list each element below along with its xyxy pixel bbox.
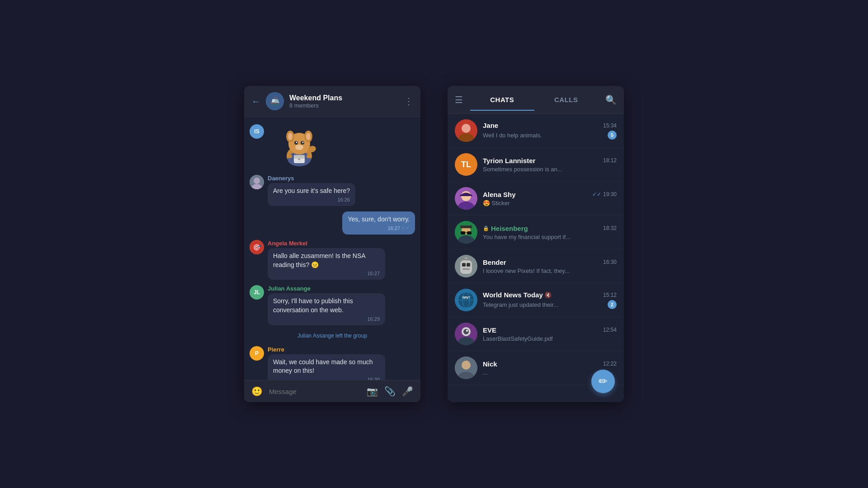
message-content-own: Yes, sure, don't worry. 16:27 ✓✓ (342, 211, 415, 235)
message-bubble-own: Yes, sure, don't worry. 16:27 ✓✓ (342, 211, 415, 235)
sticker-message: ☕ (268, 124, 331, 169)
svg-point-14 (295, 145, 303, 150)
message-sender: Pierre (268, 346, 385, 353)
search-button[interactable]: 🔍 (605, 94, 617, 105)
list-item-content: 🔒 Heisenberg 18:32 You have my financial… (483, 225, 617, 240)
avatar-heisenberg (455, 221, 477, 244)
chat-subtitle: 8 members (289, 102, 399, 109)
message-sender: Julian Assange (268, 285, 385, 292)
svg-rect-42 (467, 263, 470, 267)
message-time-own: 16:27 ✓✓ (348, 225, 410, 231)
message-time: 16:29 (273, 316, 380, 322)
system-sender: Julian Assange (297, 333, 334, 339)
list-item-name: Jane (483, 122, 498, 129)
tab-chats[interactable]: CHATS (470, 92, 534, 107)
avatar-alena (455, 187, 477, 210)
list-item-jane[interactable]: Jane 15:34 Well I do help animals. 5 (448, 114, 624, 148)
hamburger-button[interactable]: ☰ (455, 94, 463, 105)
chat-title: Weekend Plans (289, 94, 399, 102)
avatar-eve (455, 323, 477, 345)
message-bubble: Hallo alle zusammen! Is the NSA reading … (268, 248, 385, 280)
chat-info: Weekend Plans 8 members (289, 94, 399, 109)
mic-icon[interactable]: 🎤 (402, 386, 413, 397)
read-ticks-icon: ✓✓ (592, 191, 601, 197)
compose-fab[interactable]: ✏ (591, 370, 615, 393)
svg-point-57 (462, 361, 471, 370)
avatar-world-news: WNT (455, 289, 477, 311)
list-item-time: 15:34 (603, 122, 617, 129)
avatar-pierre: P (250, 346, 264, 361)
muted-icon: 🔇 (545, 292, 552, 298)
list-item-time: 15:12 (603, 292, 617, 298)
attach-icon[interactable]: 📎 (384, 386, 396, 397)
message-content: Daenerys Are you sure it's safe here? 16… (268, 175, 355, 206)
list-item-preview: I looove new Pixels! If fact, they... (483, 267, 617, 274)
list-item-name: 🔒 Heisenberg (483, 225, 528, 232)
camera-icon[interactable]: 📷 (367, 386, 378, 397)
svg-rect-36 (467, 231, 472, 235)
list-item-eve[interactable]: EVE 12:54 LaserBlastSafetyGuide.pdf (448, 317, 624, 351)
message-time: 16:30 (273, 377, 380, 380)
message-text: Are you sure it's safe here? (273, 187, 350, 196)
message-content: ☕ (268, 124, 331, 169)
message-text: Wait, we could have made so much money o… (273, 358, 380, 375)
list-item-tyrion[interactable]: TL Tyrion Lannister 18:12 Sometimes poss… (448, 148, 624, 182)
message-input[interactable] (269, 388, 360, 395)
list-item-world-news[interactable]: WNT World News Today 🔇 15:12 (448, 283, 624, 317)
message-row: Daenerys Are you sure it's safe here? 16… (250, 175, 415, 206)
list-item-time: 16:30 (603, 259, 617, 265)
list-item-name: Bender (483, 258, 506, 266)
lock-icon: 🔒 (483, 225, 489, 231)
back-button[interactable]: ← (251, 96, 260, 107)
list-item-top: Tyrion Lannister 18:12 (483, 157, 617, 164)
list-item-preview: 😍 Sticker (483, 200, 617, 206)
list-item-name: Nick (483, 360, 497, 368)
svg-rect-41 (462, 263, 466, 267)
list-item-preview: You have my financial support if... (483, 234, 617, 240)
list-header: ☰ CHATS CALLS 🔍 (448, 86, 624, 114)
list-item-content: Bender 16:30 I looove new Pixels! If fac… (483, 258, 617, 274)
list-item-time: 18:32 (603, 225, 617, 231)
system-message: Julian Assange left the group (250, 331, 415, 341)
list-item-bender[interactable]: Bender 16:30 I looove new Pixels! If fac… (448, 249, 624, 283)
svg-point-11 (296, 142, 297, 143)
chat-list-window: ☰ CHATS CALLS 🔍 (448, 86, 624, 402)
list-item-time: 12:22 (603, 361, 617, 367)
avatar-daenerys (250, 175, 264, 189)
screen-container: ← 🚢 Weekend Plans 8 members ⋮ IS (235, 77, 633, 411)
svg-text:☕: ☕ (297, 157, 302, 162)
list-item-top: World News Today 🔇 15:12 (483, 291, 617, 299)
list-item-preview: Telegram just updated their... (483, 301, 558, 308)
svg-text:🚢: 🚢 (270, 96, 280, 106)
svg-point-12 (302, 142, 304, 143)
chat-header: ← 🚢 Weekend Plans 8 members ⋮ (244, 86, 420, 117)
chat-window: ← 🚢 Weekend Plans 8 members ⋮ IS (244, 86, 420, 402)
message-row: 🎯 Angela Merkel Hallo alle zusammen! Is … (250, 240, 415, 280)
list-item-content: Jane 15:34 Well I do help animals. 5 (483, 122, 617, 140)
avatar-julian: JL (250, 285, 264, 300)
list-item-alena[interactable]: Alena Shy ✓✓ 19:30 😍 Sticker (448, 182, 624, 216)
message-content: Pierre Wait, we could have made so much … (268, 346, 385, 380)
avatar-jane (455, 119, 477, 142)
list-item-name: Alena Shy (483, 191, 516, 198)
message-text: Hallo alle zusammen! Is the NSA reading … (273, 252, 380, 269)
svg-point-22 (254, 178, 260, 184)
list-item-time: 19:30 (603, 191, 617, 197)
svg-rect-43 (462, 268, 470, 270)
list-item-content: Alena Shy ✓✓ 19:30 😍 Sticker (483, 191, 617, 206)
list-item-heisenberg[interactable]: 🔒 Heisenberg 18:32 You have my financial… (448, 216, 624, 249)
chat-avatar: 🚢 (266, 92, 284, 110)
svg-rect-45 (461, 258, 471, 260)
list-item-top: Nick 12:22 (483, 360, 617, 368)
tab-calls[interactable]: CALLS (534, 92, 599, 107)
message-content: Julian Assange Sorry, I'll have to publi… (268, 285, 385, 325)
more-button[interactable]: ⋮ (404, 96, 413, 107)
svg-point-8 (306, 133, 311, 140)
list-item-content: EVE 12:54 LaserBlastSafetyGuide.pdf (483, 326, 617, 342)
message-bubble: Sorry, I'll have to publish this convers… (268, 293, 385, 325)
list-item-time: 12:54 (603, 327, 617, 333)
emoji-icon[interactable]: 🙂 (251, 386, 263, 397)
message-bubble: Are you sure it's safe here? 16:26 (268, 183, 355, 206)
message-sender: Angela Merkel (268, 240, 385, 247)
list-item-content: Tyrion Lannister 18:12 Sometimes possess… (483, 157, 617, 173)
